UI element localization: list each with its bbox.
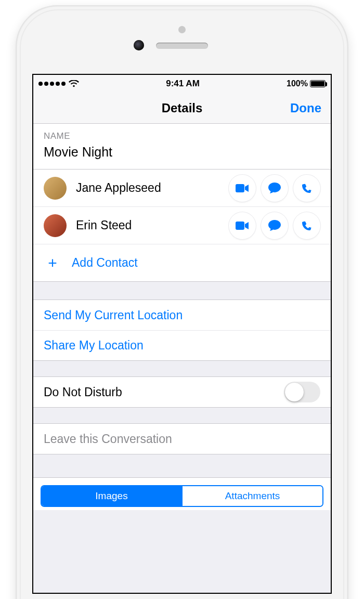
contact-name: Erin Steed xyxy=(76,218,229,232)
leave-section: Leave this Conversation xyxy=(33,423,331,454)
contact-row[interactable]: Jane Appleseed xyxy=(33,169,331,206)
dnd-section: Do Not Disturb xyxy=(33,376,331,408)
send-location-label: Send My Current Location xyxy=(44,308,183,322)
leave-conversation-row[interactable]: Leave this Conversation xyxy=(33,424,331,454)
conversation-name-field[interactable]: Movie Night xyxy=(33,144,331,169)
message-button[interactable] xyxy=(261,175,288,202)
send-location-row[interactable]: Send My Current Location xyxy=(33,300,331,330)
name-section: NAME Movie Night Jane Appleseed xyxy=(33,124,331,282)
add-contact-row[interactable]: + Add Contact xyxy=(33,244,331,281)
leave-conversation-label: Leave this Conversation xyxy=(44,432,172,446)
phone-icon xyxy=(301,220,313,231)
message-icon xyxy=(268,182,281,194)
done-button[interactable]: Done xyxy=(290,101,321,115)
phone-icon xyxy=(301,183,313,194)
attachments-section: Images Attachments xyxy=(33,477,331,510)
toggle-knob xyxy=(285,383,304,401)
video-icon xyxy=(236,184,249,193)
phone-speaker xyxy=(156,43,208,49)
call-button[interactable] xyxy=(293,212,320,239)
message-icon xyxy=(268,219,281,232)
avatar xyxy=(44,177,67,200)
facetime-video-button[interactable] xyxy=(229,175,256,202)
wifi-icon xyxy=(69,80,79,87)
navigation-bar: Details Done xyxy=(33,93,331,124)
proximity-sensor xyxy=(178,26,186,33)
battery-percentage: 100% xyxy=(287,79,308,88)
dnd-label: Do Not Disturb xyxy=(44,385,122,399)
avatar xyxy=(44,214,67,237)
tab-images[interactable]: Images xyxy=(42,486,181,506)
contact-row[interactable]: Erin Steed xyxy=(33,206,331,244)
facetime-video-button[interactable] xyxy=(229,212,256,239)
status-bar: 9:41 AM 100% xyxy=(33,75,331,93)
front-camera xyxy=(134,40,144,50)
video-icon xyxy=(236,221,249,230)
svg-rect-0 xyxy=(236,184,244,192)
signal-strength-icon xyxy=(38,82,66,86)
location-section: Send My Current Location Share My Locati… xyxy=(33,300,331,361)
message-button[interactable] xyxy=(261,212,288,239)
name-header-label: NAME xyxy=(33,124,331,144)
plus-icon: + xyxy=(46,255,59,271)
tab-attachments[interactable]: Attachments xyxy=(181,486,322,506)
dnd-row: Do Not Disturb xyxy=(33,377,331,407)
svg-rect-1 xyxy=(236,222,244,230)
call-button[interactable] xyxy=(293,175,320,202)
phone-frame: 9:41 AM 100% Details Done NAME Movie Nig… xyxy=(16,5,348,599)
status-time: 9:41 AM xyxy=(166,79,200,89)
page-title: Details xyxy=(162,101,203,115)
dnd-toggle[interactable] xyxy=(284,382,320,402)
add-contact-label: Add Contact xyxy=(72,256,138,270)
contact-name: Jane Appleseed xyxy=(76,181,229,195)
screen: 9:41 AM 100% Details Done NAME Movie Nig… xyxy=(32,74,332,594)
share-location-label: Share My Location xyxy=(44,338,144,353)
battery-icon xyxy=(310,80,326,87)
segmented-control: Images Attachments xyxy=(41,485,323,507)
share-location-row[interactable]: Share My Location xyxy=(33,330,331,360)
